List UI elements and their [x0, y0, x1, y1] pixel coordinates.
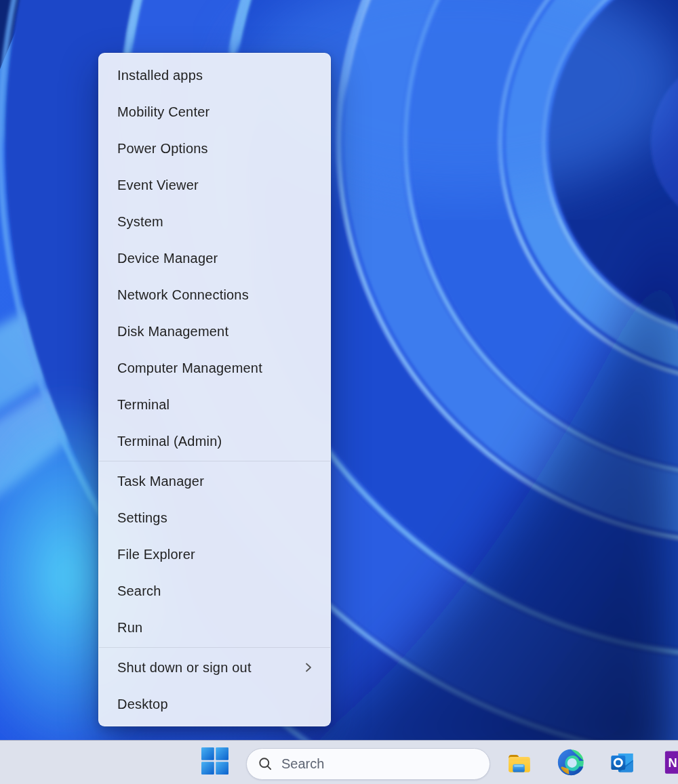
menu-item-label: Mobility Center — [117, 104, 210, 120]
edge-icon — [557, 748, 585, 777]
menu-item-label: Event Viewer — [117, 178, 199, 193]
menu-item-system[interactable]: System — [99, 203, 330, 240]
search-icon — [258, 757, 273, 771]
menu-item-label: System — [117, 214, 163, 230]
menu-item-label: File Explorer — [117, 547, 195, 562]
outlook-icon — [608, 748, 637, 777]
menu-item-label: Power Options — [117, 141, 208, 157]
menu-item-power-options[interactable]: Power Options — [99, 130, 330, 167]
menu-item-run[interactable]: Run — [99, 609, 330, 646]
menu-item-desktop[interactable]: Desktop — [99, 686, 330, 722]
taskbar-icon-edge[interactable] — [557, 748, 585, 777]
menu-item-mobility-center[interactable]: Mobility Center — [99, 94, 330, 130]
menu-item-terminal-admin[interactable]: Terminal (Admin) — [99, 423, 330, 459]
menu-item-label: Settings — [117, 510, 167, 526]
menu-separator — [99, 647, 330, 648]
menu-item-label: Computer Management — [117, 360, 262, 376]
taskbar-icon-file-explorer[interactable] — [505, 748, 534, 777]
menu-item-shut-down-or-sign-out[interactable]: Shut down or sign out — [99, 649, 330, 686]
taskbar: N — [0, 740, 678, 784]
search-input[interactable] — [281, 756, 479, 772]
svg-text:N: N — [669, 756, 677, 770]
menu-item-search[interactable]: Search — [99, 573, 330, 609]
menu-item-label: Terminal — [117, 397, 170, 413]
menu-item-event-viewer[interactable]: Event Viewer — [99, 167, 330, 203]
menu-item-label: Search — [117, 583, 161, 599]
taskbar-icon-onenote[interactable]: N — [660, 748, 678, 777]
menu-item-label: Disk Management — [117, 324, 228, 339]
taskbar-search[interactable] — [246, 748, 490, 780]
menu-item-task-manager[interactable]: Task Manager — [99, 463, 330, 499]
menu-item-label: Task Manager — [117, 474, 204, 489]
winx-menu-groups: Installed appsMobility CenterPower Optio… — [99, 57, 330, 722]
menu-item-label: Shut down or sign out — [117, 660, 252, 676]
winx-menu: Installed appsMobility CenterPower Optio… — [98, 53, 331, 726]
chevron-right-icon — [304, 661, 313, 674]
windows-logo-icon — [201, 747, 228, 777]
menu-item-label: Device Manager — [117, 251, 218, 266]
menu-item-label: Desktop — [117, 697, 168, 712]
menu-item-label: Installed apps — [117, 68, 203, 83]
menu-item-computer-management[interactable]: Computer Management — [99, 350, 330, 386]
menu-item-device-manager[interactable]: Device Manager — [99, 240, 330, 276]
menu-item-disk-management[interactable]: Disk Management — [99, 313, 330, 350]
menu-item-network-connections[interactable]: Network Connections — [99, 276, 330, 313]
menu-item-installed-apps[interactable]: Installed apps — [99, 57, 330, 94]
menu-item-settings[interactable]: Settings — [99, 499, 330, 536]
start-button[interactable] — [201, 748, 229, 777]
menu-separator — [99, 461, 330, 461]
menu-item-file-explorer[interactable]: File Explorer — [99, 536, 330, 573]
onenote-icon: N — [660, 748, 678, 777]
taskbar-app-icons: N — [505, 748, 678, 777]
taskbar-icon-outlook[interactable] — [608, 748, 637, 777]
menu-item-label: Network Connections — [117, 287, 249, 303]
menu-item-terminal[interactable]: Terminal — [99, 386, 330, 423]
menu-item-label: Terminal (Admin) — [117, 434, 222, 449]
file-explorer-icon — [505, 748, 534, 777]
menu-item-label: Run — [117, 620, 142, 636]
